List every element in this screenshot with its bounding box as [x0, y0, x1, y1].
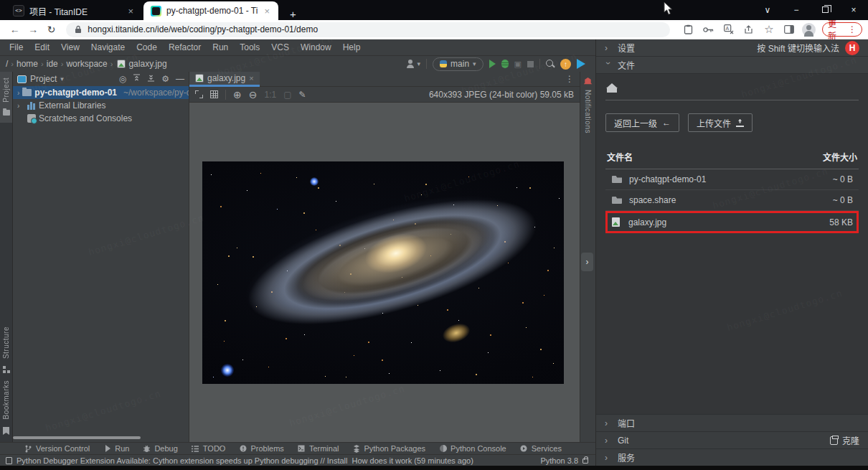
- toggle-grid-icon[interactable]: [210, 90, 218, 98]
- toolwindow-todo[interactable]: TODO: [192, 444, 226, 453]
- section-files[interactable]: › 文件: [596, 57, 868, 74]
- section-ports[interactable]: › 端口: [596, 414, 868, 431]
- expand-chevron-icon[interactable]: ›: [17, 89, 19, 97]
- run-button[interactable]: [489, 60, 496, 68]
- upload-file-button[interactable]: 上传文件: [688, 113, 753, 132]
- hide-panel-icon[interactable]: —: [176, 74, 184, 84]
- expand-all-icon[interactable]: [133, 74, 141, 84]
- menu-edit[interactable]: Edit: [29, 41, 55, 54]
- debug-button[interactable]: [501, 60, 509, 68]
- browser-tab-ide[interactable]: py-chatgpt-demo-01 - TitanID ×: [143, 1, 278, 20]
- bookmark-star-icon[interactable]: ☆: [760, 22, 778, 37]
- stripe-structure-button[interactable]: Structure: [2, 322, 10, 376]
- fit-window-icon[interactable]: ▢: [283, 90, 291, 99]
- translate-icon[interactable]: A: [720, 22, 737, 37]
- minimize-button[interactable]: −: [782, 5, 811, 15]
- file-row-folder[interactable]: py-chatgpt-demo-01 ~ 0 B: [605, 169, 859, 190]
- horizontal-scrollbar[interactable]: [13, 436, 141, 439]
- tab-close-icon[interactable]: ×: [263, 6, 271, 17]
- close-button[interactable]: ×: [839, 5, 868, 15]
- toolwindow-problems[interactable]: Problems: [239, 444, 283, 453]
- toolwindow-terminal[interactable]: Terminal: [298, 444, 339, 453]
- toolwindow-python-packages[interactable]: Python Packages: [352, 444, 425, 453]
- forward-icon[interactable]: →: [24, 24, 42, 35]
- editor-options-icon[interactable]: ⋮: [565, 74, 580, 84]
- zoom-to-fit-icon[interactable]: [195, 90, 203, 98]
- expand-chevron-icon[interactable]: ›: [17, 102, 24, 110]
- run-config-selector[interactable]: main ▾: [433, 57, 483, 71]
- notifications-bell-icon[interactable]: [584, 77, 593, 85]
- user-avatar[interactable]: H: [845, 41, 859, 55]
- editor-tab-galaxy[interactable]: galaxy.jpg ×: [189, 72, 260, 87]
- pipette-icon[interactable]: ✎: [299, 90, 306, 99]
- collapse-all-icon[interactable]: [147, 74, 155, 84]
- browser-menu-icon[interactable]: ⋮: [848, 24, 857, 34]
- menu-refactor[interactable]: Refactor: [164, 41, 206, 54]
- status-message[interactable]: Python Debugger Extension Available: Cyt…: [16, 456, 348, 465]
- tree-row-scratches[interactable]: Scratches and Consoles: [13, 112, 189, 125]
- reload-icon[interactable]: ↻: [42, 24, 60, 35]
- section-settings[interactable]: › 设置 按 Shift 键切换输入法 H: [596, 39, 868, 57]
- file-row-galaxy-highlighted[interactable]: galaxy.jpg 58 KB: [605, 211, 859, 233]
- back-icon[interactable]: ←: [6, 24, 24, 35]
- side-panel-icon[interactable]: [780, 22, 798, 37]
- menu-code[interactable]: Code: [131, 41, 162, 54]
- coverage-button[interactable]: ▣: [514, 60, 522, 69]
- titanide-launcher-icon[interactable]: [577, 59, 585, 69]
- zoom-out-icon[interactable]: ⊖: [249, 90, 258, 100]
- menu-run[interactable]: Run: [207, 41, 233, 54]
- search-everywhere-icon[interactable]: [546, 60, 555, 68]
- back-parent-button[interactable]: 返回上一级 ←: [605, 113, 679, 132]
- notifications-label[interactable]: Notifications: [584, 90, 592, 133]
- browser-tab-projects[interactable]: <> 项目 - TitanIDE ×: [6, 1, 142, 20]
- status-link[interactable]: How does it work (59 minutes ago): [352, 456, 473, 465]
- project-panel-title[interactable]: Project: [30, 74, 57, 84]
- menu-view[interactable]: View: [56, 41, 85, 54]
- tree-row-project-root[interactable]: › py-chatgpt-demo-01 ~/workspace/py-cl: [13, 86, 189, 99]
- menu-vcs[interactable]: VCS: [266, 41, 294, 54]
- address-bar[interactable]: hongxi.titanide.cn/ide/web/coding/py-cha…: [66, 22, 670, 37]
- menu-tools[interactable]: Tools: [235, 41, 265, 54]
- toolwindow-debug[interactable]: Debug: [143, 444, 177, 453]
- menu-help[interactable]: Help: [338, 41, 366, 54]
- python-interpreter-label[interactable]: Python 3.8: [540, 456, 578, 465]
- git-clone-button[interactable]: 克隆: [830, 434, 859, 446]
- stripe-bookmarks-button[interactable]: Bookmarks: [2, 376, 10, 438]
- image-canvas[interactable]: [189, 103, 580, 442]
- menu-navigate[interactable]: Navigate: [86, 41, 130, 54]
- new-tab-button[interactable]: +: [286, 8, 301, 20]
- user-menu-button[interactable]: ▾: [406, 60, 421, 68]
- write-lock-icon[interactable]: [582, 459, 588, 464]
- browser-profile-avatar[interactable]: [801, 22, 818, 37]
- settings-gear-icon[interactable]: ⚙: [161, 74, 169, 84]
- restore-button[interactable]: [811, 5, 839, 15]
- toolwindow-services[interactable]: Services: [520, 444, 562, 453]
- tab-search-icon[interactable]: ∨: [753, 5, 782, 15]
- breadcrumb-root[interactable]: /: [6, 59, 8, 69]
- file-row-folder[interactable]: space.share ~ 0 B: [605, 190, 859, 211]
- breadcrumb-workspace[interactable]: workspace: [66, 59, 107, 69]
- toolwindow-version-control[interactable]: Version Control: [24, 444, 90, 453]
- menu-window[interactable]: Window: [296, 41, 336, 54]
- toolwindow-python-console[interactable]: Python Console: [439, 444, 506, 453]
- tab-close-icon[interactable]: ×: [126, 6, 135, 17]
- ide-update-icon[interactable]: ↑: [560, 59, 571, 70]
- section-services[interactable]: › 服务: [596, 448, 868, 466]
- share-icon[interactable]: [740, 22, 758, 37]
- stop-button[interactable]: [527, 61, 534, 67]
- section-git[interactable]: › Git 克隆: [596, 431, 868, 448]
- breadcrumb-home[interactable]: home: [16, 59, 38, 69]
- tree-row-external-libraries[interactable]: › External Libraries: [13, 99, 189, 112]
- menu-file[interactable]: File: [4, 41, 28, 54]
- actual-size-label[interactable]: 1:1: [264, 90, 276, 99]
- chrome-update-button[interactable]: 更新 ⋮: [822, 22, 862, 37]
- locate-file-icon[interactable]: ◎: [119, 74, 126, 84]
- breadcrumb-ide[interactable]: ide: [47, 59, 58, 69]
- tab-close-icon[interactable]: ×: [249, 74, 253, 83]
- caret-down-icon[interactable]: ▾: [60, 75, 64, 83]
- panel-expander-button[interactable]: ›: [581, 253, 593, 271]
- stripe-project-button[interactable]: Project: [0, 72, 12, 123]
- home-icon[interactable]: [607, 84, 617, 93]
- toolwindow-run[interactable]: Run: [103, 444, 129, 453]
- password-key-icon[interactable]: [700, 22, 717, 37]
